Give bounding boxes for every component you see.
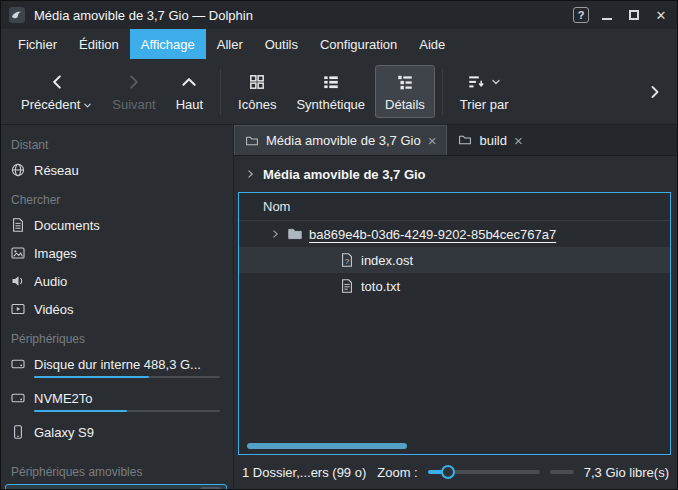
icons-view-button[interactable]: Icônes (228, 65, 286, 118)
free-space-label: 7,3 Gio libre(s) (584, 465, 669, 480)
harddisk-icon (10, 356, 26, 372)
chevron-right-icon (125, 73, 143, 91)
sidebar-item-media-amovible[interactable]: Média amovible de 3,7 ... (5, 484, 227, 489)
column-header-nom[interactable]: Nom (239, 193, 670, 221)
menu-fichier[interactable]: Fichier (7, 29, 68, 59)
folder-icon (287, 226, 303, 242)
capacity-bar (34, 410, 220, 412)
eject-button[interactable] (200, 487, 222, 489)
menu-affichage[interactable]: Affichage (130, 29, 206, 59)
tab-label: build (479, 133, 506, 148)
zoom-label: Zoom : (377, 465, 417, 480)
chevron-left-icon (48, 73, 66, 91)
sidebar-item-images[interactable]: Images (5, 240, 227, 266)
tab-label: Média amovible de 3,7 Gio (266, 133, 421, 148)
zoom-slider[interactable] (428, 464, 540, 480)
details-view-button[interactable]: Détails (375, 65, 435, 118)
sidebar-item-disque-dur-interne[interactable]: Disque dur interne 488,3 G... (5, 351, 227, 383)
up-button[interactable]: Haut (166, 65, 213, 118)
sidebar-section-peripheriques-amovibles: Périphériques amovibles (5, 456, 227, 483)
toolbar-separator (442, 69, 443, 115)
sort-by-button[interactable]: Trier par (450, 65, 519, 118)
details-view-icon (396, 73, 414, 91)
folder-icon (245, 134, 259, 148)
compact-view-button[interactable]: Synthétique (286, 65, 375, 118)
toolbar-overflow-button[interactable] (643, 80, 667, 104)
file-name: index.ost (361, 253, 413, 268)
dolphin-window: Média amovible de 3,7 Gio — Dolphin ? ✕ … (0, 0, 678, 490)
window-controls: ? ✕ (573, 6, 670, 24)
file-name: toto.txt (361, 279, 400, 294)
menu-outils[interactable]: Outils (254, 29, 309, 59)
scrollbar-thumb[interactable] (247, 443, 407, 449)
sidebar-item-nvme2to[interactable]: NVME2To (5, 385, 227, 417)
back-button[interactable]: Précédent (11, 65, 102, 118)
sidebar-item-reseau[interactable]: Réseau (5, 157, 227, 183)
maximize-icon (629, 10, 639, 20)
breadcrumb[interactable]: Média amovible de 3,7 Gio (234, 156, 677, 192)
tab-close-icon[interactable]: × (428, 133, 437, 148)
unknown-file-icon: ? (339, 252, 355, 268)
breadcrumb-current[interactable]: Média amovible de 3,7 Gio (263, 167, 426, 182)
tab-close-icon[interactable]: × (514, 133, 523, 148)
file-name: ba869e4b-03d6-4249-9202-85b4cec767a7 (309, 227, 556, 242)
svg-text:?: ? (345, 257, 350, 266)
chevron-right-icon (244, 168, 256, 180)
file-row-folder[interactable]: ba869e4b-03d6-4249-9202-85b4cec767a7 (239, 221, 670, 247)
free-space-bar (550, 470, 574, 474)
minimize-button[interactable] (598, 6, 616, 24)
sidebar-item-galaxy-s9[interactable]: Galaxy S9 (5, 419, 227, 445)
status-summary: 1 Dossier,...ers (99 o) (242, 465, 366, 480)
slider-handle[interactable] (441, 465, 455, 479)
file-row-index-ost[interactable]: ? index.ost (239, 247, 670, 273)
network-icon (10, 162, 26, 178)
icons-view-icon (248, 73, 266, 91)
toolbar-separator (220, 69, 221, 115)
menu-configuration[interactable]: Configuration (309, 29, 408, 59)
video-icon (10, 301, 26, 317)
phone-icon (10, 424, 26, 440)
document-icon (10, 217, 26, 233)
tab-build[interactable]: build × (447, 125, 533, 155)
image-icon (10, 245, 26, 261)
sort-icon (467, 73, 485, 91)
maximize-button[interactable] (625, 6, 643, 24)
menu-aller[interactable]: Aller (206, 29, 254, 59)
dolphin-app-icon (8, 6, 26, 24)
menubar: Fichier Édition Affichage Aller Outils C… (1, 29, 677, 59)
tabbar: Média amovible de 3,7 Gio × build × (234, 125, 677, 156)
folder-icon (458, 133, 472, 147)
sidebar-section-distant: Distant (5, 129, 227, 156)
horizontal-scrollbar[interactable] (247, 443, 407, 449)
minimize-icon (602, 18, 612, 20)
sidebar-section-chercher: Chercher (5, 184, 227, 211)
chevron-right-icon (647, 84, 663, 100)
titlebar: Média amovible de 3,7 Gio — Dolphin ? ✕ (1, 1, 677, 29)
text-file-icon (339, 278, 355, 294)
sidebar-item-audio[interactable]: Audio (5, 268, 227, 294)
menu-aide[interactable]: Aide (408, 29, 456, 59)
help-button[interactable]: ? (573, 7, 589, 23)
chevron-up-icon (180, 73, 198, 91)
file-row-toto-txt[interactable]: toto.txt (239, 273, 670, 299)
audio-icon (10, 273, 26, 289)
statusbar: 1 Dossier,...ers (99 o) Zoom : 7,3 Gio l… (234, 455, 677, 489)
menu-edition[interactable]: Édition (68, 29, 130, 59)
sidebar-section-peripheriques: Périphériques (5, 323, 227, 350)
expand-arrow-icon[interactable] (269, 228, 281, 240)
capacity-bar (34, 376, 220, 378)
sidebar-item-documents[interactable]: Documents (5, 212, 227, 238)
tab-media-amovible[interactable]: Média amovible de 3,7 Gio × (234, 125, 447, 155)
harddisk-icon (10, 390, 26, 406)
caret-down-icon (83, 101, 92, 110)
places-panel: Distant Réseau Chercher Documents Images (1, 125, 234, 489)
sidebar-item-videos[interactable]: Vidéos (5, 296, 227, 322)
main-pane: Média amovible de 3,7 Gio × build × Médi… (234, 125, 677, 489)
compact-view-icon (322, 73, 340, 91)
file-view: Nom ba869e4b-03d6-4249-9202-85b4cec767a7… (238, 192, 671, 455)
window-title: Média amovible de 3,7 Gio — Dolphin (34, 8, 253, 23)
caret-down-icon (491, 77, 501, 87)
forward-button[interactable]: Suivant (102, 65, 165, 118)
toolbar: Précédent Suivant Haut Icônes Synthétiqu… (1, 59, 677, 125)
close-button[interactable]: ✕ (652, 6, 670, 24)
